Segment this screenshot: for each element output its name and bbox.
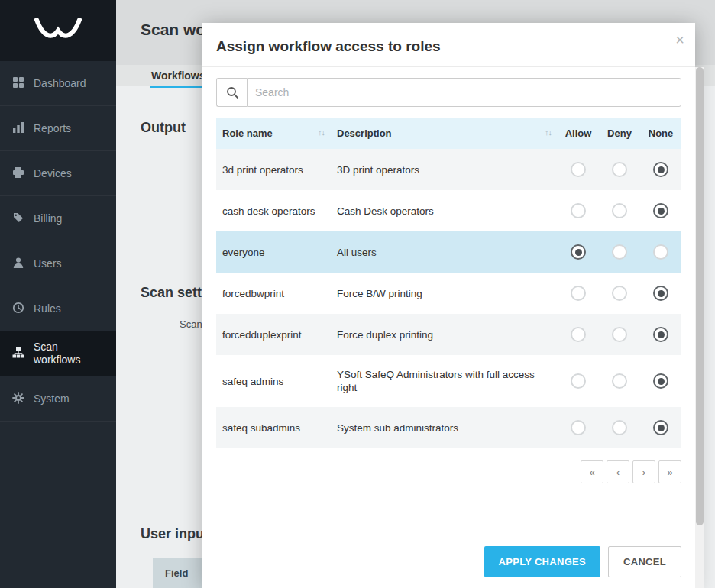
deny-radio[interactable] — [612, 244, 627, 260]
roles-table: Role name ↑↓ Description ↑↓ Allow Deny N… — [216, 118, 681, 448]
sidebar-item-label: System — [34, 393, 70, 405]
search-icon — [216, 78, 247, 107]
scan-form-label: Scan — [180, 318, 202, 330]
none-radio[interactable] — [653, 420, 668, 435]
table-row[interactable]: forcedbwprint Force B/W printing — [216, 273, 681, 314]
role-name-cell: 3d print operators — [216, 149, 331, 190]
roles-table-body: 3d print operators 3D print operators ca… — [216, 149, 681, 448]
modal-scrollbar[interactable] — [695, 67, 704, 588]
search-input[interactable] — [247, 78, 681, 107]
role-name-cell: safeq subadmins — [216, 407, 331, 448]
sidebar-item-label: Devices — [34, 167, 72, 180]
logo-block[interactable] — [0, 0, 116, 61]
allow-radio[interactable] — [571, 244, 586, 260]
pagination-next-button[interactable]: › — [632, 460, 655, 483]
none-radio[interactable] — [653, 162, 668, 177]
sidebar-item-dashboard[interactable]: Dashboard — [0, 61, 116, 106]
user-icon — [12, 257, 24, 271]
description-cell: Cash Desk operators — [331, 190, 558, 231]
description-cell: System sub administrators — [331, 407, 558, 448]
sidebar-item-label: Rules — [34, 302, 61, 315]
table-row[interactable]: 3d print operators 3D print operators — [216, 149, 681, 190]
allow-radio[interactable] — [571, 203, 586, 218]
reports-icon — [12, 121, 24, 136]
search-group — [216, 78, 681, 107]
none-radio[interactable] — [653, 203, 668, 218]
sitemap-icon — [12, 347, 24, 361]
role-name-cell: safeq admins — [216, 355, 331, 407]
role-name-cell: forcedduplexprint — [216, 314, 331, 355]
clock-icon — [12, 302, 24, 316]
allow-radio[interactable] — [571, 286, 586, 301]
sidebar-item-system[interactable]: System — [0, 376, 116, 422]
column-header-deny: Deny — [599, 118, 640, 149]
sidebar-item-label: Users — [34, 257, 62, 270]
description-cell: Force duplex printing — [331, 314, 558, 355]
role-name-cell: forcedbwprint — [216, 273, 331, 314]
pagination-first-button[interactable]: « — [581, 460, 603, 483]
description-cell: All users — [331, 231, 558, 273]
sidebar-item-reports[interactable]: Reports — [0, 106, 116, 151]
sidebar-item-scan-workflows[interactable]: Scan workflows — [0, 331, 116, 376]
apply-changes-button[interactable]: APPLY CHANGES — [484, 546, 600, 577]
sidebar-item-rules[interactable]: Rules — [0, 286, 116, 331]
sort-icon[interactable]: ↑↓ — [318, 128, 325, 137]
allow-radio[interactable] — [571, 420, 586, 435]
column-header-allow: Allow — [558, 118, 599, 149]
description-cell: YSoft SafeQ Administrators with full acc… — [331, 355, 558, 407]
scrollbar-thumb[interactable] — [696, 67, 704, 525]
none-radio[interactable] — [653, 373, 668, 389]
sidebar-item-users[interactable]: Users — [0, 241, 116, 286]
section-heading-output: Output — [141, 120, 186, 136]
allow-radio[interactable] — [571, 162, 586, 177]
role-name-cell: cash desk operators — [216, 190, 331, 231]
table-row[interactable]: cash desk operators Cash Desk operators — [216, 190, 681, 231]
sidebar-item-label: Dashboard — [34, 77, 86, 90]
sidebar-item-label: Billing — [34, 212, 62, 225]
column-header-none: None — [640, 118, 681, 149]
deny-radio[interactable] — [612, 162, 627, 177]
sidebar: Dashboard Reports Devices Billing — [0, 0, 116, 588]
role-name-cell: everyone — [216, 231, 331, 273]
description-cell: 3D print operators — [331, 149, 558, 190]
modal-header: Assign workflow access to roles × — [202, 23, 695, 67]
dashboard-icon — [12, 76, 24, 91]
modal-footer: APPLY CHANGES CANCEL — [202, 535, 695, 588]
tab-workflows[interactable]: Workflows — [150, 67, 207, 88]
none-radio[interactable] — [653, 327, 668, 342]
cancel-button[interactable]: CANCEL — [608, 546, 681, 577]
table-row[interactable]: safeq subadmins System sub administrator… — [216, 407, 681, 448]
sidebar-item-devices[interactable]: Devices — [0, 151, 116, 196]
role-name-header-label: Role name — [222, 128, 273, 139]
deny-radio[interactable] — [612, 203, 627, 218]
pagination-prev-button[interactable]: ‹ — [607, 460, 629, 483]
description-header-label: Description — [337, 128, 392, 139]
deny-radio[interactable] — [612, 420, 627, 435]
none-radio[interactable] — [653, 244, 668, 260]
allow-radio[interactable] — [571, 327, 586, 342]
roles-table-header-row: Role name ↑↓ Description ↑↓ Allow Deny N… — [216, 118, 681, 149]
ysoft-logo-icon — [31, 14, 86, 47]
deny-radio[interactable] — [612, 286, 627, 301]
assign-roles-modal: Assign workflow access to roles × Role n… — [202, 23, 695, 588]
table-row[interactable]: forcedduplexprint Force duplex printing — [216, 314, 681, 355]
deny-radio[interactable] — [612, 373, 627, 389]
none-radio[interactable] — [653, 286, 668, 301]
pagination-last-button[interactable]: » — [658, 460, 681, 483]
description-cell: Force B/W printing — [331, 273, 558, 314]
pagination: « ‹ › » — [216, 460, 681, 483]
sort-icon[interactable]: ↑↓ — [545, 128, 552, 137]
deny-radio[interactable] — [612, 327, 627, 342]
modal-title: Assign workflow access to roles — [216, 38, 681, 55]
tag-icon — [12, 212, 24, 226]
modal-body: Role name ↑↓ Description ↑↓ Allow Deny N… — [202, 67, 695, 535]
allow-radio[interactable] — [571, 373, 586, 389]
sidebar-item-billing[interactable]: Billing — [0, 196, 116, 241]
table-row[interactable]: everyone All users — [216, 231, 681, 273]
close-icon[interactable]: × — [675, 32, 684, 47]
sidebar-item-label: Scan workflows — [34, 341, 104, 367]
table-row[interactable]: safeq admins YSoft SafeQ Administrators … — [216, 355, 681, 407]
sidebar-item-label: Reports — [34, 122, 71, 135]
column-header-role-name[interactable]: Role name ↑↓ — [216, 118, 331, 149]
column-header-description[interactable]: Description ↑↓ — [331, 118, 558, 149]
